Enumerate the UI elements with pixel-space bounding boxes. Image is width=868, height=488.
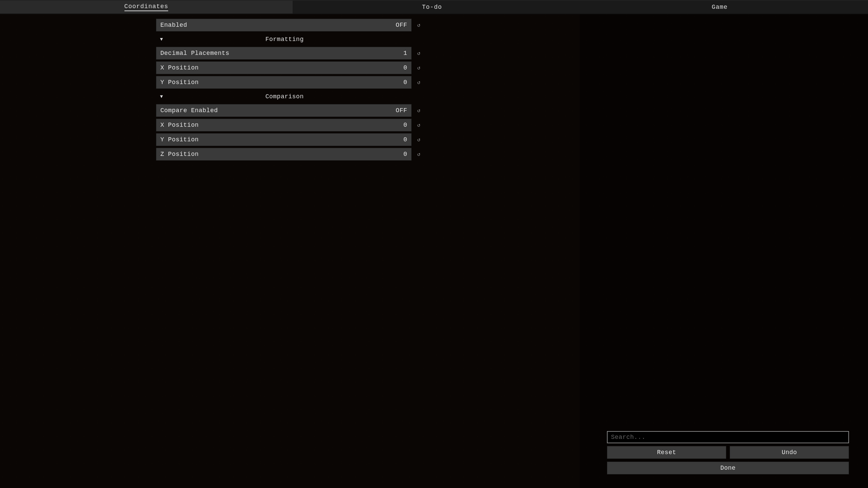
undo-button[interactable]: Undo: [730, 446, 849, 459]
reset-enabled-button[interactable]: ↺: [414, 20, 424, 30]
tab-bar: Coordinates To-do Game: [0, 0, 868, 14]
done-button[interactable]: Done: [607, 462, 849, 474]
chevron-down-icon: ▼: [160, 94, 163, 99]
reset-cmp-x-position-button[interactable]: ↺: [414, 120, 424, 130]
reset-fmt-x-position-button[interactable]: ↺: [414, 63, 424, 73]
action-button-row: Reset Undo: [607, 446, 849, 459]
reset-button-label: Reset: [657, 449, 676, 456]
toggle-compare-enabled[interactable]: Compare Enabled OFF: [156, 104, 412, 117]
input-cmp-z-position[interactable]: Z Position 0: [156, 148, 412, 161]
tab-game-label: Game: [712, 4, 728, 11]
section-header-comparison[interactable]: ▼ Comparison: [156, 90, 424, 103]
controls-panel: Reset Undo Done: [607, 431, 849, 474]
reset-compare-enabled-button[interactable]: ↺: [414, 105, 424, 116]
reset-decimal-placements-button[interactable]: ↺: [414, 48, 424, 58]
setting-value: 0: [403, 79, 407, 86]
setting-value: 1: [403, 50, 407, 57]
setting-row-compare-enabled: Compare Enabled OFF ↺: [156, 104, 424, 117]
setting-label: Decimal Placements: [160, 50, 229, 57]
setting-label: Y Position: [160, 136, 199, 143]
tab-coordinates[interactable]: Coordinates: [0, 0, 293, 14]
input-cmp-x-position[interactable]: X Position 0: [156, 119, 412, 131]
reset-icon: ↺: [417, 79, 420, 86]
search-input[interactable]: [607, 431, 849, 443]
setting-value: 0: [403, 64, 407, 71]
tab-coordinates-label: Coordinates: [124, 3, 169, 11]
tab-game[interactable]: Game: [571, 0, 868, 14]
reset-cmp-z-position-button[interactable]: ↺: [414, 149, 424, 159]
section-title: Formatting: [165, 36, 424, 43]
section-title: Comparison: [165, 93, 424, 100]
reset-cmp-y-position-button[interactable]: ↺: [414, 135, 424, 145]
tab-todo[interactable]: To-do: [293, 0, 571, 14]
done-button-label: Done: [720, 465, 735, 471]
setting-value: OFF: [396, 107, 407, 114]
setting-label: Z Position: [160, 151, 199, 158]
tab-todo-label: To-do: [422, 4, 442, 11]
section-header-formatting[interactable]: ▼ Formatting: [156, 33, 424, 45]
settings-panel: Enabled OFF ↺ ▼ Formatting Decimal Place…: [156, 19, 424, 162]
undo-button-label: Undo: [782, 449, 797, 456]
setting-row-cmp-y-position: Y Position 0 ↺: [156, 133, 424, 146]
reset-button[interactable]: Reset: [607, 446, 726, 459]
input-cmp-y-position[interactable]: Y Position 0: [156, 133, 412, 146]
reset-icon: ↺: [417, 136, 420, 143]
reset-fmt-y-position-button[interactable]: ↺: [414, 77, 424, 87]
setting-row-cmp-x-position: X Position 0 ↺: [156, 119, 424, 131]
preview-panel: [580, 14, 868, 488]
reset-icon: ↺: [417, 64, 420, 71]
setting-value: 0: [403, 151, 407, 158]
reset-icon: ↺: [417, 151, 420, 158]
setting-row-fmt-y-position: Y Position 0 ↺: [156, 76, 424, 89]
input-fmt-y-position[interactable]: Y Position 0: [156, 76, 412, 89]
reset-icon: ↺: [417, 122, 420, 128]
setting-label: X Position: [160, 64, 199, 71]
setting-label: X Position: [160, 122, 199, 128]
setting-label: Compare Enabled: [160, 107, 218, 114]
chevron-down-icon: ▼: [160, 37, 163, 42]
setting-label: Y Position: [160, 79, 199, 86]
input-fmt-x-position[interactable]: X Position 0: [156, 61, 412, 74]
reset-icon: ↺: [417, 50, 420, 57]
setting-row-fmt-x-position: X Position 0 ↺: [156, 61, 424, 74]
setting-row-cmp-z-position: Z Position 0 ↺: [156, 148, 424, 161]
setting-label: Enabled: [160, 22, 187, 28]
reset-icon: ↺: [417, 22, 420, 28]
setting-value: OFF: [396, 22, 407, 28]
toggle-enabled[interactable]: Enabled OFF: [156, 19, 412, 32]
setting-row-decimal-placements: Decimal Placements 1 ↺: [156, 47, 424, 60]
setting-value: 0: [403, 136, 407, 143]
setting-row-enabled: Enabled OFF ↺: [156, 19, 424, 32]
setting-value: 0: [403, 122, 407, 128]
input-decimal-placements[interactable]: Decimal Placements 1: [156, 47, 412, 60]
reset-icon: ↺: [417, 107, 420, 114]
